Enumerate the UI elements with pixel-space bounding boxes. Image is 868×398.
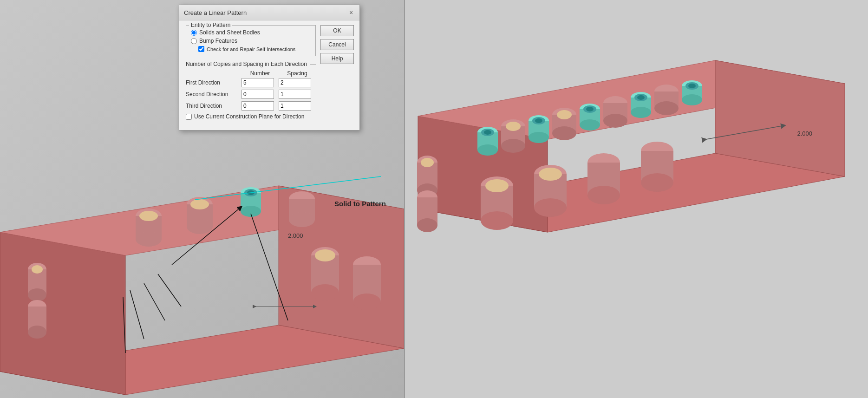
number-col-header: Number — [241, 70, 279, 77]
svg-rect-22 — [311, 255, 339, 293]
svg-point-87 — [481, 176, 513, 195]
solids-radio-label: Solids and Sheet Bodies — [199, 29, 260, 36]
svg-point-81 — [603, 96, 627, 110]
svg-rect-69 — [682, 86, 702, 100]
svg-rect-33 — [28, 307, 46, 332]
svg-point-52 — [484, 130, 491, 135]
svg-marker-4 — [279, 186, 404, 348]
svg-rect-99 — [641, 151, 673, 183]
svg-point-91 — [534, 165, 567, 183]
svg-point-90 — [485, 179, 509, 192]
second-direction-spacing-input[interactable] — [279, 90, 311, 99]
svg-line-35 — [172, 207, 241, 265]
svg-point-80 — [557, 110, 572, 119]
empty-col-header — [186, 70, 241, 77]
svg-point-7 — [136, 232, 162, 247]
svg-rect-43 — [404, 0, 868, 398]
svg-point-65 — [631, 107, 651, 118]
svg-point-18 — [289, 191, 315, 206]
svg-point-70 — [682, 94, 702, 105]
svg-point-61 — [583, 105, 596, 113]
svg-rect-19 — [289, 199, 315, 220]
svg-point-34 — [28, 326, 46, 339]
svg-point-75 — [501, 139, 525, 153]
svg-point-101 — [417, 156, 437, 170]
first-direction-spacing-input[interactable] — [279, 78, 311, 87]
third-direction-number-input[interactable] — [241, 101, 274, 111]
svg-point-67 — [637, 95, 645, 100]
second-direction-number-input[interactable] — [241, 90, 274, 99]
svg-point-12 — [190, 199, 209, 209]
svg-point-21 — [311, 247, 339, 264]
svg-point-97 — [587, 186, 620, 204]
svg-rect-14 — [241, 193, 261, 211]
dialog-titlebar: Create a Linear Pattern × — [179, 5, 359, 20]
svg-point-32 — [28, 300, 46, 313]
third-direction-spacing-input[interactable] — [279, 101, 311, 111]
svg-point-94 — [539, 168, 562, 181]
svg-point-25 — [353, 256, 381, 273]
svg-point-68 — [682, 80, 702, 91]
first-direction-label: First Direction — [186, 79, 241, 86]
copies-table: Number Spacing First Direction Second Di… — [186, 70, 316, 111]
third-direction-row: Third Direction — [186, 101, 316, 111]
use-plane-checkbox[interactable] — [186, 114, 192, 120]
cancel-button[interactable]: Cancel — [320, 39, 354, 50]
svg-point-17 — [247, 190, 255, 195]
svg-point-89 — [481, 211, 513, 230]
svg-rect-74 — [501, 126, 525, 146]
svg-rect-26 — [353, 265, 381, 302]
solids-radio-row[interactable]: Solids and Sheet Bodies — [191, 29, 311, 36]
svg-point-31 — [32, 265, 43, 274]
svg-rect-85 — [654, 91, 679, 108]
svg-point-15 — [241, 206, 261, 217]
svg-point-60 — [580, 119, 600, 130]
ok-button[interactable]: OK — [320, 25, 354, 36]
svg-point-84 — [654, 85, 679, 98]
svg-point-83 — [603, 114, 627, 128]
dialog-buttons: OK Cancel Help — [320, 25, 354, 124]
svg-rect-78 — [552, 115, 576, 133]
svg-point-13 — [241, 187, 261, 198]
first-direction-number-input[interactable] — [241, 78, 274, 87]
svg-point-73 — [501, 119, 525, 133]
svg-point-50 — [477, 144, 498, 156]
help-button[interactable]: Help — [320, 53, 354, 64]
svg-marker-46 — [418, 60, 845, 139]
svg-point-20 — [289, 212, 315, 227]
svg-point-58 — [580, 104, 600, 115]
svg-point-79 — [552, 126, 576, 140]
svg-rect-102 — [417, 163, 437, 190]
svg-marker-47 — [715, 60, 845, 176]
svg-rect-82 — [603, 103, 627, 121]
dimension-label-left: 2.000 — [288, 232, 303, 239]
svg-point-98 — [641, 142, 673, 160]
svg-rect-6 — [136, 216, 162, 239]
self-intersect-checkbox[interactable] — [198, 46, 204, 52]
svg-rect-54 — [529, 121, 549, 137]
svg-point-27 — [353, 294, 381, 310]
svg-point-95 — [587, 153, 620, 172]
svg-point-105 — [417, 190, 437, 204]
dialog-left-panel: Entity to Pattern Solids and Sheet Bodie… — [186, 25, 316, 124]
svg-marker-1 — [0, 325, 404, 395]
bump-radio-label: Bump Features — [199, 38, 237, 44]
svg-point-48 — [477, 127, 498, 138]
bump-radio-row[interactable]: Bump Features — [191, 38, 311, 44]
svg-point-30 — [28, 288, 46, 301]
dialog-close-button[interactable]: × — [347, 9, 355, 16]
svg-point-77 — [552, 108, 576, 122]
entity-to-pattern-section: Entity to Pattern Solids and Sheet Bodie… — [186, 25, 316, 56]
svg-rect-10 — [187, 204, 213, 227]
bump-radio[interactable] — [191, 38, 197, 44]
svg-rect-92 — [534, 174, 567, 208]
viewport-divider — [404, 0, 405, 398]
use-plane-row[interactable]: Use Current Construction Plane for Direc… — [186, 113, 316, 120]
svg-point-104 — [421, 158, 434, 167]
solids-radio[interactable] — [191, 30, 197, 36]
self-intersect-row[interactable]: Check for and Repair Self Intersections — [198, 46, 311, 52]
svg-point-23 — [311, 284, 339, 301]
svg-point-100 — [641, 173, 673, 192]
svg-point-72 — [688, 84, 696, 88]
svg-marker-45 — [418, 116, 548, 232]
